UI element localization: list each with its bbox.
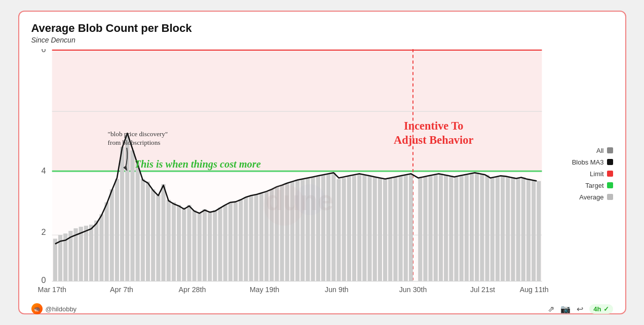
svg-rect-71 (352, 175, 356, 281)
svg-rect-13 (53, 238, 57, 281)
camera-icon[interactable]: 📷 (560, 304, 571, 314)
svg-rect-50 (244, 197, 248, 281)
svg-rect-82 (408, 174, 412, 281)
svg-rect-104 (526, 179, 530, 281)
svg-rect-81 (403, 175, 407, 281)
share-icon[interactable]: ⇗ (548, 304, 554, 314)
svg-rect-23 (104, 202, 108, 281)
chart-svg: 6 4 2 0 (31, 49, 557, 298)
svg-rect-85 (428, 176, 432, 281)
svg-rect-36 (171, 202, 175, 281)
svg-rect-75 (372, 177, 376, 281)
svg-rect-83 (418, 178, 422, 281)
svg-text:6: 6 (41, 49, 46, 54)
user-handle: @hildobby (46, 305, 77, 313)
chart-main: 6 4 2 0 (31, 49, 557, 298)
svg-rect-28 (130, 150, 134, 281)
svg-rect-41 (197, 213, 201, 281)
svg-rect-40 (192, 210, 196, 281)
svg-rect-45 (218, 208, 222, 281)
svg-rect-92 (464, 175, 468, 281)
svg-point-124 (294, 184, 325, 216)
svg-rect-25 (115, 179, 119, 281)
svg-rect-34 (161, 184, 165, 281)
svg-rect-21 (94, 221, 98, 281)
chart-legend: All Blobs MA3 Limit Target Average (557, 49, 613, 298)
undo-icon[interactable]: ↩ (577, 304, 583, 314)
svg-rect-79 (393, 177, 397, 281)
svg-text:"blob price discovery": "blob price discovery" (107, 130, 168, 138)
svg-rect-70 (347, 176, 351, 281)
svg-rect-37 (176, 205, 180, 281)
time-badge[interactable]: 4h ✓ (589, 304, 613, 314)
svg-text:Apr 7th: Apr 7th (110, 286, 133, 294)
chart-subtitle: Since Dencun (31, 36, 613, 44)
svg-rect-97 (490, 178, 494, 281)
svg-rect-78 (388, 178, 392, 281)
svg-rect-35 (166, 200, 170, 281)
svg-rect-87 (438, 174, 442, 281)
svg-text:Jun 30th: Jun 30th (399, 286, 427, 294)
svg-rect-38 (182, 208, 186, 281)
svg-rect-103 (521, 177, 525, 281)
svg-text:4: 4 (41, 166, 46, 175)
svg-rect-52 (254, 194, 258, 281)
svg-rect-86 (433, 175, 437, 281)
svg-rect-98 (495, 177, 499, 281)
svg-rect-94 (475, 173, 479, 281)
svg-text:Jun 9th: Jun 9th (325, 286, 349, 294)
svg-rect-43 (208, 211, 212, 281)
svg-rect-26 (120, 147, 124, 281)
svg-rect-31 (145, 182, 149, 281)
svg-rect-69 (342, 178, 346, 281)
svg-text:Mar 17th: Mar 17th (37, 286, 66, 294)
svg-rect-29 (135, 164, 139, 281)
legend-dot-average (607, 194, 613, 200)
legend-label-average: Average (567, 193, 604, 201)
svg-rect-95 (480, 174, 484, 281)
svg-rect-77 (383, 179, 387, 281)
legend-label-all: All (567, 147, 604, 154)
svg-rect-20 (89, 225, 93, 281)
svg-rect-106 (537, 181, 541, 281)
legend-item-target: Target (567, 182, 613, 189)
svg-rect-96 (485, 175, 489, 281)
svg-rect-30 (140, 179, 144, 281)
svg-rect-105 (532, 180, 536, 281)
chart-card: Average Blob Count per Block Since Dencu… (18, 11, 626, 314)
svg-text:May 19th: May 19th (249, 286, 279, 294)
legend-item-all: All (567, 147, 613, 154)
legend-dot-all (607, 147, 613, 153)
svg-rect-93 (470, 174, 474, 281)
svg-rect-24 (109, 189, 113, 281)
footer: 🦔 @hildobby ⇗ 📷 ↩ 4h ✓ (31, 301, 613, 314)
legend-label-blobs-ma3: Blobs MA3 (567, 158, 604, 166)
svg-text:Adjust Behavior: Adjust Behavior (394, 134, 473, 146)
svg-rect-102 (516, 178, 520, 281)
svg-text:This is when things cost more: This is when things cost more (134, 158, 260, 170)
svg-rect-101 (511, 177, 515, 281)
svg-rect-90 (454, 177, 458, 281)
legend-item-average: Average (567, 193, 613, 201)
svg-rect-91 (459, 176, 463, 281)
svg-rect-89 (449, 176, 453, 281)
svg-text:Aug 11th: Aug 11th (519, 286, 548, 294)
legend-dot-limit (607, 171, 613, 177)
svg-text:0: 0 (41, 275, 46, 285)
svg-text:Jul 21st: Jul 21st (470, 286, 495, 294)
legend-label-limit: Limit (567, 170, 604, 178)
svg-rect-84 (423, 177, 427, 281)
legend-item-limit: Limit (567, 170, 613, 178)
svg-rect-80 (398, 176, 402, 281)
svg-rect-42 (202, 209, 206, 281)
svg-rect-99 (501, 176, 505, 281)
svg-rect-88 (444, 175, 448, 281)
svg-rect-33 (156, 194, 160, 281)
svg-rect-74 (367, 176, 371, 281)
svg-rect-48 (233, 202, 237, 281)
svg-rect-39 (187, 205, 191, 281)
svg-rect-18 (79, 227, 83, 281)
time-badge-label: 4h (593, 305, 601, 313)
svg-rect-73 (362, 175, 366, 281)
svg-rect-51 (249, 195, 253, 281)
